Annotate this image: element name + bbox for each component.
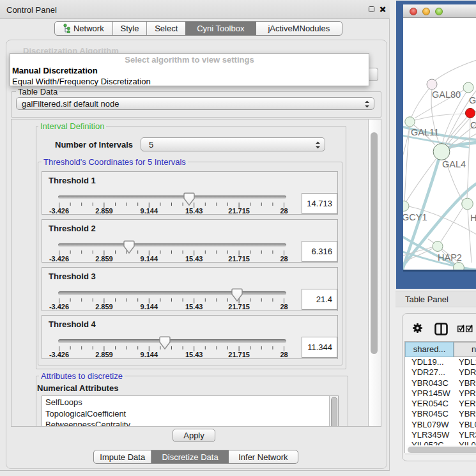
svg-text:GAL80: GAL80 [432, 89, 461, 100]
svg-text:HAP2: HAP2 [438, 252, 462, 263]
svg-text:C: C [470, 120, 476, 130]
svg-text:GCY1: GCY1 [403, 212, 427, 222]
svg-text:H: H [470, 213, 476, 223]
svg-text:GAL11: GAL11 [411, 127, 439, 137]
svg-text:GAL4: GAL4 [442, 159, 466, 169]
svg-text:G: G [469, 95, 476, 105]
